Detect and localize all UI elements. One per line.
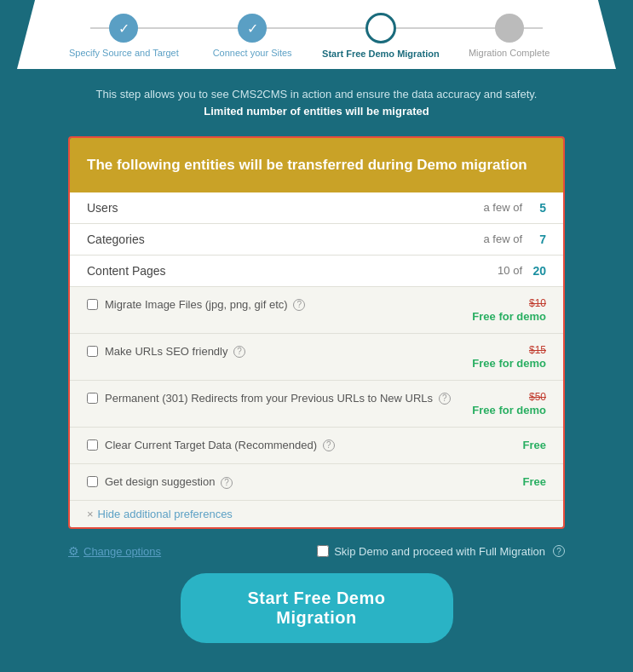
help-icon-skip[interactable]: ? bbox=[553, 545, 565, 557]
hide-prefs-link[interactable]: Hide additional preferences bbox=[98, 508, 233, 520]
description-area: This step allows you to see CMS2CMS in a… bbox=[0, 69, 633, 128]
entity-amount-users: a few of bbox=[483, 201, 522, 214]
option-pricing-design: Free bbox=[478, 474, 546, 488]
price-original-images: $10 bbox=[472, 297, 546, 309]
checkbox-clear[interactable] bbox=[87, 439, 98, 451]
price-free-images: Free for demo bbox=[472, 310, 546, 323]
description-main: This step allows you to see CMS2CMS in a… bbox=[96, 88, 538, 101]
price-free-design: Free bbox=[523, 475, 546, 488]
checkbox-design[interactable] bbox=[87, 476, 98, 487]
help-icon-clear[interactable]: ? bbox=[323, 439, 335, 451]
entity-count-pages: 20 bbox=[529, 264, 546, 278]
skip-demo-checkbox[interactable] bbox=[317, 545, 329, 557]
hide-prefs-row: × Hide additional preferences bbox=[70, 501, 563, 527]
step-connect[interactable]: ✓ Connect your Sites bbox=[188, 14, 317, 58]
step-circle-connect: ✓ bbox=[238, 14, 267, 43]
close-prefs-icon[interactable]: × bbox=[87, 508, 94, 520]
option-row-clear: Clear Current Target Data (Recommended) … bbox=[70, 428, 563, 464]
change-options-button[interactable]: ⚙ Change options bbox=[68, 544, 161, 558]
option-row-images: Migrate Image Files (jpg, png, gif etc) … bbox=[70, 287, 563, 334]
price-free-clear: Free bbox=[523, 439, 546, 451]
checkbox-images[interactable] bbox=[87, 299, 98, 310]
gear-icon: ⚙ bbox=[68, 544, 79, 558]
option-row-design: Get design suggestion ? Free bbox=[70, 464, 563, 501]
price-free-redirects: Free for demo bbox=[472, 404, 546, 416]
skip-demo-label: Skip Demo and proceed with Full Migratio… bbox=[334, 545, 545, 558]
change-options-label: Change options bbox=[83, 545, 161, 558]
option-pricing-clear: Free bbox=[478, 438, 546, 451]
card-header: The following entities will be transferr… bbox=[70, 138, 563, 192]
step-label-complete: Migration Complete bbox=[469, 48, 550, 58]
entity-count-categories: 7 bbox=[529, 233, 546, 246]
step-label-connect[interactable]: Connect your Sites bbox=[213, 48, 292, 58]
step-circle-specify: ✓ bbox=[109, 14, 138, 43]
option-text-design: Get design suggestion ? bbox=[105, 474, 469, 490]
price-original-seo: $15 bbox=[472, 344, 546, 356]
start-migration-button[interactable]: Start Free Demo Migration bbox=[181, 573, 453, 643]
entity-row-categories: Categories a few of 7 bbox=[70, 224, 563, 256]
checkbox-seo[interactable] bbox=[87, 346, 98, 357]
entity-amount-pages: 10 of bbox=[498, 264, 522, 277]
price-original-redirects: $50 bbox=[472, 391, 546, 403]
entity-row-pages: Content Pages 10 of 20 bbox=[70, 256, 563, 287]
entity-count-users: 5 bbox=[529, 201, 546, 215]
entity-name-users: Users bbox=[87, 201, 483, 215]
entity-row-users: Users a few of 5 bbox=[70, 192, 563, 224]
option-pricing-seo: $15 Free for demo bbox=[472, 344, 546, 370]
step-start: Start Free Demo Migration bbox=[317, 13, 446, 59]
option-text-redirects: Permanent (301) Redirects from your Prev… bbox=[105, 391, 463, 406]
entity-name-pages: Content Pages bbox=[87, 264, 498, 278]
description-sub: Limited number of entities will be migra… bbox=[51, 103, 582, 120]
main-card: The following entities will be transferr… bbox=[68, 136, 565, 529]
option-pricing-redirects: $50 Free for demo bbox=[472, 391, 546, 416]
step-specify[interactable]: ✓ Specify Source and Target bbox=[60, 14, 188, 58]
step-complete: Migration Complete bbox=[445, 14, 573, 58]
help-icon-images[interactable]: ? bbox=[293, 299, 305, 311]
help-icon-redirects[interactable]: ? bbox=[439, 393, 451, 405]
checkbox-redirects[interactable] bbox=[87, 393, 98, 404]
option-row-seo: Make URLs SEO friendly ? $15 Free for de… bbox=[70, 334, 563, 381]
help-icon-design[interactable]: ? bbox=[221, 477, 233, 489]
step-label-specify[interactable]: Specify Source and Target bbox=[69, 48, 179, 58]
option-pricing-images: $10 Free for demo bbox=[472, 297, 546, 323]
skip-area: Skip Demo and proceed with Full Migratio… bbox=[317, 545, 565, 558]
price-free-seo: Free for demo bbox=[472, 357, 546, 370]
step-circle-start bbox=[365, 13, 396, 43]
entity-name-categories: Categories bbox=[87, 233, 483, 246]
entity-amount-categories: a few of bbox=[483, 233, 522, 245]
help-icon-seo[interactable]: ? bbox=[233, 346, 245, 358]
step-circle-complete bbox=[495, 14, 524, 43]
step-label-start: Start Free Demo Migration bbox=[322, 49, 440, 59]
option-text-images: Migrate Image Files (jpg, png, gif etc) … bbox=[105, 297, 463, 313]
bottom-bar: ⚙ Change options Skip Demo and proceed w… bbox=[0, 537, 633, 565]
option-text-clear: Clear Current Target Data (Recommended) … bbox=[105, 438, 469, 453]
option-row-redirects: Permanent (301) Redirects from your Prev… bbox=[70, 381, 563, 428]
option-text-seo: Make URLs SEO friendly ? bbox=[105, 344, 463, 359]
